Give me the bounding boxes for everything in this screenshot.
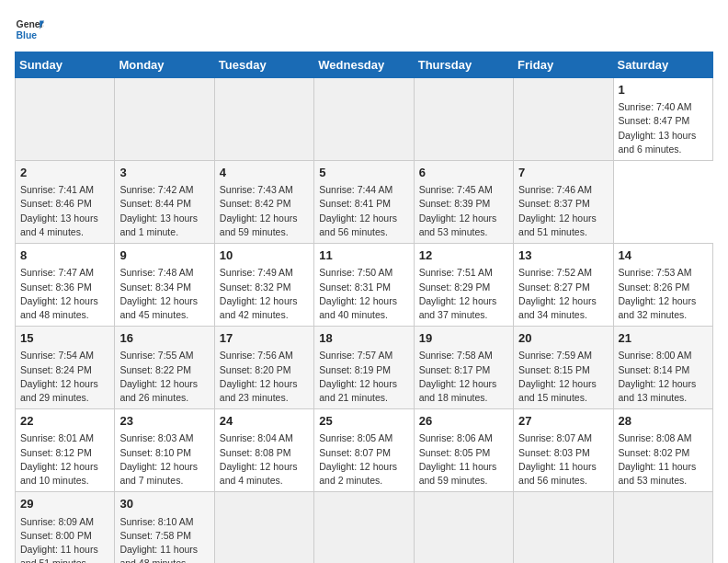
svg-text:Blue: Blue	[17, 30, 38, 40]
calendar-cell: 9Sunrise: 7:48 AMSunset: 8:34 PMDaylight…	[115, 244, 214, 327]
day-number: 24	[220, 413, 309, 430]
day-info: Sunrise: 7:46 AMSunset: 8:37 PMDaylight:…	[518, 183, 608, 239]
calendar-cell: 12Sunrise: 7:51 AMSunset: 8:29 PMDayligh…	[414, 244, 513, 327]
day-header-friday: Friday	[514, 52, 613, 78]
day-info: Sunrise: 7:42 AMSunset: 8:44 PMDaylight:…	[119, 183, 209, 239]
day-info: Sunrise: 7:49 AMSunset: 8:32 PMDaylight:…	[220, 266, 309, 322]
calendar-cell: 29Sunrise: 8:09 AMSunset: 8:00 PMDayligh…	[16, 492, 115, 563]
calendar-header-row: SundayMondayTuesdayWednesdayThursdayFrid…	[16, 52, 713, 78]
day-info: Sunrise: 7:40 AMSunset: 8:47 PMDaylight:…	[619, 100, 708, 156]
day-number: 12	[419, 247, 508, 264]
day-number: 14	[619, 247, 708, 264]
day-number: 22	[20, 413, 109, 430]
day-number: 29	[20, 496, 109, 512]
day-info: Sunrise: 8:04 AMSunset: 8:08 PMDaylight:…	[220, 431, 309, 488]
calendar-cell: 6Sunrise: 7:45 AMSunset: 8:39 PMDaylight…	[414, 161, 513, 244]
calendar-cell	[16, 78, 115, 161]
day-info: Sunrise: 7:54 AMSunset: 8:24 PMDaylight:…	[20, 349, 109, 405]
day-number: 5	[319, 165, 408, 181]
day-number: 23	[119, 413, 209, 430]
day-header-thursday: Thursday	[414, 52, 513, 78]
day-info: Sunrise: 8:03 AMSunset: 8:10 PMDaylight:…	[119, 431, 209, 488]
day-number: 11	[319, 247, 408, 264]
day-info: Sunrise: 8:09 AMSunset: 8:00 PMDaylight:…	[20, 515, 109, 564]
day-info: Sunrise: 7:41 AMSunset: 8:46 PMDaylight:…	[20, 183, 109, 239]
calendar-cell: 23Sunrise: 8:03 AMSunset: 8:10 PMDayligh…	[115, 409, 214, 492]
day-number: 27	[518, 413, 608, 430]
day-info: Sunrise: 7:55 AMSunset: 8:22 PMDaylight:…	[119, 349, 209, 405]
calendar-cell: 5Sunrise: 7:44 AMSunset: 8:41 PMDaylight…	[314, 161, 414, 244]
day-header-tuesday: Tuesday	[214, 52, 313, 78]
calendar-week-1: 1Sunrise: 7:40 AMSunset: 8:47 PMDaylight…	[16, 78, 713, 161]
calendar-cell	[214, 78, 313, 161]
day-number: 17	[220, 330, 309, 347]
calendar-cell: 25Sunrise: 8:05 AMSunset: 8:07 PMDayligh…	[314, 409, 414, 492]
day-header-wednesday: Wednesday	[314, 52, 414, 78]
day-header-sunday: Sunday	[16, 52, 115, 78]
calendar-cell: 13Sunrise: 7:52 AMSunset: 8:27 PMDayligh…	[514, 244, 613, 327]
day-number: 4	[220, 165, 309, 181]
calendar-cell	[115, 78, 214, 161]
calendar-cell: 17Sunrise: 7:56 AMSunset: 8:20 PMDayligh…	[214, 327, 313, 409]
day-number: 20	[518, 330, 608, 347]
day-number: 18	[319, 330, 408, 347]
calendar-cell: 10Sunrise: 7:49 AMSunset: 8:32 PMDayligh…	[214, 244, 313, 327]
calendar-cell: 20Sunrise: 7:59 AMSunset: 8:15 PMDayligh…	[514, 327, 613, 409]
calendar-cell: 30Sunrise: 8:10 AMSunset: 7:58 PMDayligh…	[115, 492, 214, 563]
day-info: Sunrise: 8:08 AMSunset: 8:02 PMDaylight:…	[619, 431, 708, 488]
calendar-cell	[414, 78, 513, 161]
calendar-cell: 8Sunrise: 7:47 AMSunset: 8:36 PMDaylight…	[16, 244, 115, 327]
day-info: Sunrise: 8:06 AMSunset: 8:05 PMDaylight:…	[419, 431, 508, 488]
calendar-week-5: 22Sunrise: 8:01 AMSunset: 8:12 PMDayligh…	[16, 409, 713, 492]
day-number: 10	[220, 247, 309, 264]
calendar-body: 1Sunrise: 7:40 AMSunset: 8:47 PMDaylight…	[16, 78, 713, 564]
day-number: 8	[20, 247, 109, 264]
day-info: Sunrise: 7:58 AMSunset: 8:17 PMDaylight:…	[419, 349, 508, 405]
day-number: 9	[119, 247, 209, 264]
calendar-week-2: 2Sunrise: 7:41 AMSunset: 8:46 PMDaylight…	[16, 161, 713, 244]
calendar-week-3: 8Sunrise: 7:47 AMSunset: 8:36 PMDaylight…	[16, 244, 713, 327]
calendar-cell	[514, 492, 613, 563]
calendar-week-6: 29Sunrise: 8:09 AMSunset: 8:00 PMDayligh…	[16, 492, 713, 563]
calendar-table: SundayMondayTuesdayWednesdayThursdayFrid…	[15, 52, 713, 563]
day-info: Sunrise: 8:00 AMSunset: 8:14 PMDaylight:…	[619, 349, 708, 405]
calendar-cell	[414, 492, 513, 563]
day-number: 2	[20, 165, 109, 181]
day-info: Sunrise: 7:59 AMSunset: 8:15 PMDaylight:…	[518, 349, 608, 405]
day-info: Sunrise: 7:56 AMSunset: 8:20 PMDaylight:…	[220, 349, 309, 405]
day-info: Sunrise: 7:52 AMSunset: 8:27 PMDaylight:…	[518, 266, 608, 322]
day-info: Sunrise: 7:53 AMSunset: 8:26 PMDaylight:…	[619, 266, 708, 322]
day-number: 26	[419, 413, 508, 430]
day-info: Sunrise: 8:05 AMSunset: 8:07 PMDaylight:…	[319, 431, 408, 488]
logo: General Blue	[15, 15, 44, 44]
day-info: Sunrise: 7:47 AMSunset: 8:36 PMDaylight:…	[20, 266, 109, 322]
day-info: Sunrise: 7:57 AMSunset: 8:19 PMDaylight:…	[319, 349, 408, 405]
calendar-week-4: 15Sunrise: 7:54 AMSunset: 8:24 PMDayligh…	[16, 327, 713, 409]
day-number: 3	[119, 165, 209, 181]
day-header-saturday: Saturday	[613, 52, 712, 78]
day-number: 30	[119, 496, 209, 512]
day-info: Sunrise: 7:51 AMSunset: 8:29 PMDaylight:…	[419, 266, 508, 322]
calendar-cell: 7Sunrise: 7:46 AMSunset: 8:37 PMDaylight…	[514, 161, 613, 244]
day-info: Sunrise: 7:45 AMSunset: 8:39 PMDaylight:…	[419, 183, 508, 239]
calendar-cell: 18Sunrise: 7:57 AMSunset: 8:19 PMDayligh…	[314, 327, 414, 409]
calendar-cell	[314, 492, 414, 563]
calendar-cell: 11Sunrise: 7:50 AMSunset: 8:31 PMDayligh…	[314, 244, 414, 327]
calendar-cell: 1Sunrise: 7:40 AMSunset: 8:47 PMDaylight…	[613, 78, 712, 161]
calendar-cell: 26Sunrise: 8:06 AMSunset: 8:05 PMDayligh…	[414, 409, 513, 492]
day-info: Sunrise: 8:01 AMSunset: 8:12 PMDaylight:…	[20, 431, 109, 488]
day-number: 7	[518, 165, 608, 181]
calendar-cell	[214, 492, 313, 563]
calendar-cell	[613, 492, 712, 563]
day-info: Sunrise: 8:10 AMSunset: 7:58 PMDaylight:…	[119, 515, 209, 564]
calendar-cell: 16Sunrise: 7:55 AMSunset: 8:22 PMDayligh…	[115, 327, 214, 409]
page-header: General Blue	[15, 15, 713, 44]
calendar-cell: 28Sunrise: 8:08 AMSunset: 8:02 PMDayligh…	[613, 409, 712, 492]
day-number: 1	[619, 82, 708, 98]
day-info: Sunrise: 7:44 AMSunset: 8:41 PMDaylight:…	[319, 183, 408, 239]
day-number: 15	[20, 330, 109, 347]
day-info: Sunrise: 7:48 AMSunset: 8:34 PMDaylight:…	[119, 266, 209, 322]
calendar-cell: 19Sunrise: 7:58 AMSunset: 8:17 PMDayligh…	[414, 327, 513, 409]
day-info: Sunrise: 8:07 AMSunset: 8:03 PMDaylight:…	[518, 431, 608, 488]
day-number: 28	[619, 413, 708, 430]
